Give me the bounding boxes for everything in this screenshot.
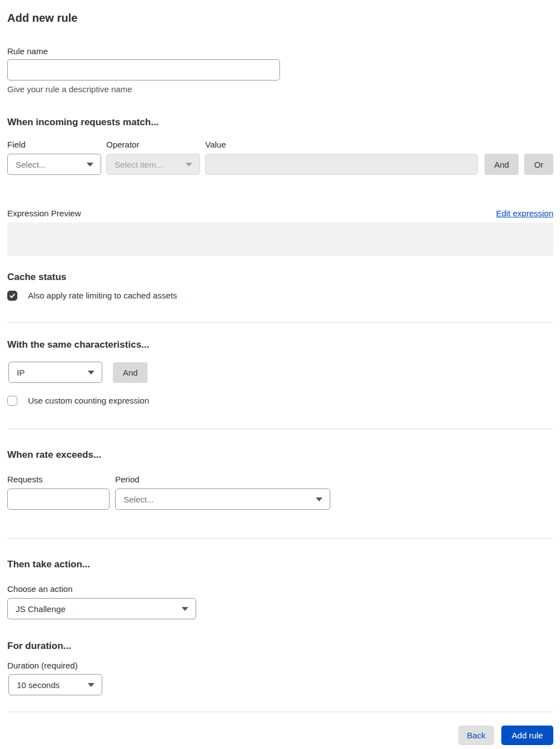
- divider: [7, 322, 553, 323]
- rule-name-input[interactable]: [7, 59, 280, 80]
- section-action-heading: Then take action...: [7, 558, 553, 571]
- divider: [7, 429, 553, 429]
- cache-checkbox[interactable]: [7, 291, 17, 301]
- chevron-down-icon: [88, 371, 94, 374]
- rate-labels-row: Requests Period: [7, 474, 553, 485]
- characteristic-select-value: IP: [17, 368, 25, 377]
- duration-select-value: 10 seconds: [17, 680, 60, 690]
- action-select-value: JS Challenge: [16, 604, 65, 614]
- and-button[interactable]: And: [485, 154, 519, 175]
- cache-checkbox-label: Also apply rate limiting to cached asset…: [28, 290, 177, 301]
- counting-expression-row: Use custom counting expression: [7, 395, 553, 406]
- match-labels-row: Field Operator Value: [7, 139, 553, 150]
- period-select-value: Select...: [124, 495, 154, 504]
- rule-name-helper: Give your rule a descriptive name: [7, 84, 553, 95]
- period-label: Period: [115, 474, 139, 485]
- rate-controls-row: Select...: [7, 489, 553, 510]
- section-cache-heading: Cache status: [7, 271, 553, 283]
- value-label: Value: [205, 139, 226, 150]
- or-button[interactable]: Or: [524, 154, 553, 175]
- field-label: Field: [7, 139, 106, 150]
- edit-expression-link[interactable]: Edit expression: [496, 208, 553, 219]
- counting-expression-label: Use custom counting expression: [28, 395, 149, 406]
- divider: [7, 538, 553, 539]
- footer-actions: Back Add rule: [7, 726, 553, 745]
- value-input[interactable]: [205, 154, 478, 175]
- period-select[interactable]: Select...: [115, 489, 330, 510]
- duration-select[interactable]: 10 seconds: [8, 674, 102, 695]
- chevron-down-icon: [316, 497, 322, 501]
- section-match-heading: When incoming requests match...: [7, 116, 553, 129]
- field-select[interactable]: Select...: [7, 154, 101, 175]
- section-characteristics-heading: With the same characteristics...: [7, 339, 553, 351]
- characteristics-and-button[interactable]: And: [113, 362, 148, 383]
- chevron-down-icon: [88, 683, 94, 687]
- counting-expression-checkbox[interactable]: [7, 396, 17, 406]
- add-rule-button[interactable]: Add rule: [501, 726, 553, 745]
- field-select-value: Select...: [16, 160, 46, 169]
- characteristics-row: IP And: [7, 362, 553, 383]
- section-rate-heading: When rate exceeds...: [7, 449, 553, 461]
- rule-name-label: Rule name: [7, 46, 553, 57]
- requests-input[interactable]: [7, 489, 110, 510]
- expression-preview-label: Expression Preview: [7, 208, 81, 219]
- choose-action-label: Choose an action: [7, 584, 553, 595]
- divider: [7, 712, 553, 712]
- characteristic-select[interactable]: IP: [8, 362, 102, 383]
- chevron-down-icon: [186, 163, 192, 167]
- operator-label: Operator: [106, 139, 205, 150]
- section-duration-heading: For duration...: [7, 640, 553, 652]
- page-title: Add new rule: [7, 11, 553, 26]
- add-rule-form: Add new rule Rule name Give your rule a …: [0, 0, 560, 749]
- expression-preview-box: [7, 222, 553, 256]
- action-select[interactable]: JS Challenge: [7, 598, 196, 619]
- duration-label: Duration (required): [7, 660, 553, 671]
- checkmark-icon: [9, 292, 16, 299]
- expression-header-row: Expression Preview Edit expression: [7, 208, 553, 219]
- requests-label: Requests: [7, 474, 115, 485]
- cache-checkbox-row: Also apply rate limiting to cached asset…: [7, 290, 553, 301]
- match-controls-row: Select... Select item... And Or: [7, 154, 553, 175]
- chevron-down-icon: [182, 607, 188, 611]
- operator-select[interactable]: Select item...: [106, 154, 200, 175]
- back-button[interactable]: Back: [458, 726, 494, 745]
- chevron-down-icon: [87, 163, 93, 167]
- operator-select-value: Select item...: [115, 160, 163, 169]
